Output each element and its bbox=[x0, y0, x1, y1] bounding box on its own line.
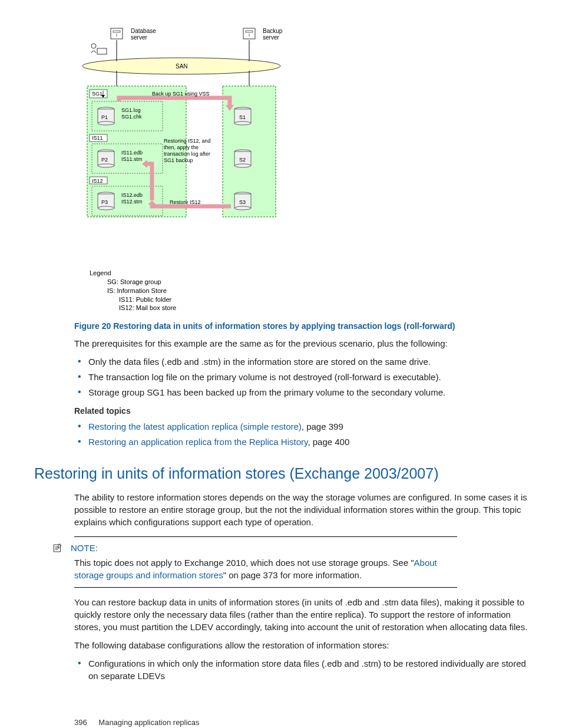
related-topics-list: Restoring the latest application replica… bbox=[74, 420, 528, 448]
list-item: The transaction log file on the primary … bbox=[74, 371, 528, 383]
svg-text:IS12.stm: IS12.stm bbox=[121, 199, 143, 205]
svg-text:Restoring IS12, and: Restoring IS12, and bbox=[164, 138, 211, 144]
related-link[interactable]: Restoring the latest application replica… bbox=[88, 421, 302, 431]
config-list: Configurations in which only the informa… bbox=[74, 657, 528, 682]
svg-text:Restore IS12: Restore IS12 bbox=[170, 199, 201, 205]
svg-text:IS11: IS11 bbox=[92, 135, 103, 141]
legend-is11: IS11: Public folder bbox=[119, 295, 528, 304]
note-text: This topic does not apply to Exchange 20… bbox=[74, 558, 414, 568]
prereq-intro: The prerequisites for this example are t… bbox=[74, 337, 528, 350]
page-footer: 396 Managing application replicas bbox=[74, 717, 528, 728]
svg-text:P1: P1 bbox=[101, 114, 108, 120]
related-suffix: , page 400 bbox=[308, 437, 349, 447]
related-suffix: , page 399 bbox=[302, 421, 343, 431]
section-paragraph: The following database configurations al… bbox=[74, 639, 528, 651]
list-item: Only the data files (.edb and .stm) in t… bbox=[74, 355, 528, 368]
svg-text:IS12.edb: IS12.edb bbox=[121, 192, 143, 198]
legend-is: IS: Information Store bbox=[107, 286, 528, 295]
svg-text:SG1.chk: SG1.chk bbox=[121, 114, 142, 120]
svg-point-28 bbox=[98, 206, 114, 210]
svg-text:S1: S1 bbox=[239, 114, 246, 120]
legend-is12: IS12: Mail box store bbox=[119, 304, 528, 312]
section-paragraph: The ability to restore information store… bbox=[74, 491, 528, 528]
note-label: NOTE: bbox=[71, 542, 98, 554]
related-topics-heading: Related topics bbox=[74, 406, 528, 417]
legend-sg: SG: Storage group bbox=[107, 278, 528, 286]
svg-point-32 bbox=[234, 121, 251, 125]
figure-caption: Figure 20 Restoring data in units of inf… bbox=[74, 321, 528, 332]
svg-point-18 bbox=[98, 121, 114, 125]
svg-text:Database: Database bbox=[131, 28, 156, 34]
svg-point-35 bbox=[234, 164, 251, 167]
svg-text:transaction log after: transaction log after bbox=[164, 151, 210, 157]
prereq-list: Only the data files (.edb and .stm) in t… bbox=[74, 355, 528, 398]
list-item: Restoring an application replica from th… bbox=[74, 436, 528, 448]
list-item: Restoring the latest application replica… bbox=[74, 420, 528, 433]
svg-text:Back up SG1 using VSS: Back up SG1 using VSS bbox=[152, 91, 210, 97]
svg-text:SG1.log: SG1.log bbox=[121, 107, 141, 113]
list-item: Storage group SG1 has been backed up fro… bbox=[74, 386, 528, 398]
note-block: NOTE: This topic does not apply to Excha… bbox=[74, 536, 528, 588]
svg-text:then, apply the: then, apply the bbox=[164, 144, 199, 150]
note-body: This topic does not apply to Exchange 20… bbox=[74, 556, 457, 581]
svg-text:SG1 backup: SG1 backup bbox=[164, 157, 193, 163]
svg-text:IS11.edb: IS11.edb bbox=[121, 150, 143, 156]
svg-text:P2: P2 bbox=[101, 157, 108, 163]
related-link[interactable]: Restoring an application replica from th… bbox=[88, 437, 308, 447]
diagram-legend: Legend SG: Storage group IS: Information… bbox=[90, 269, 528, 312]
svg-text:IS12: IS12 bbox=[92, 178, 103, 184]
section-paragraph: You can restore backup data in units of … bbox=[74, 596, 528, 633]
svg-rect-12 bbox=[97, 48, 107, 54]
svg-text:P3: P3 bbox=[101, 199, 108, 205]
note-text: " on page 373 for more information. bbox=[223, 570, 362, 580]
divider bbox=[74, 536, 457, 537]
svg-text:SAN: SAN bbox=[176, 63, 188, 70]
svg-text:server: server bbox=[263, 34, 279, 41]
svg-point-11 bbox=[91, 44, 96, 48]
svg-text:IS11.stm: IS11.stm bbox=[121, 156, 143, 162]
figure-diagram: Database server Backup server SAN SG1 Ba… bbox=[81, 24, 528, 312]
section-heading: Restoring in units of information stores… bbox=[34, 463, 528, 484]
svg-rect-6 bbox=[113, 31, 120, 32]
svg-point-23 bbox=[98, 164, 114, 167]
page-number: 396 bbox=[74, 718, 87, 727]
legend-title: Legend bbox=[90, 269, 528, 278]
list-item: Configurations in which only the informa… bbox=[74, 657, 528, 682]
svg-text:Backup: Backup bbox=[263, 28, 283, 34]
note-icon bbox=[52, 543, 64, 554]
svg-text:server: server bbox=[131, 34, 147, 41]
svg-text:S2: S2 bbox=[239, 157, 246, 163]
svg-rect-9 bbox=[246, 31, 253, 32]
svg-text:SG1: SG1 bbox=[92, 91, 103, 97]
svg-point-38 bbox=[234, 206, 251, 210]
footer-title: Managing application replicas bbox=[98, 718, 199, 727]
divider bbox=[74, 587, 457, 588]
svg-text:S3: S3 bbox=[239, 199, 246, 205]
